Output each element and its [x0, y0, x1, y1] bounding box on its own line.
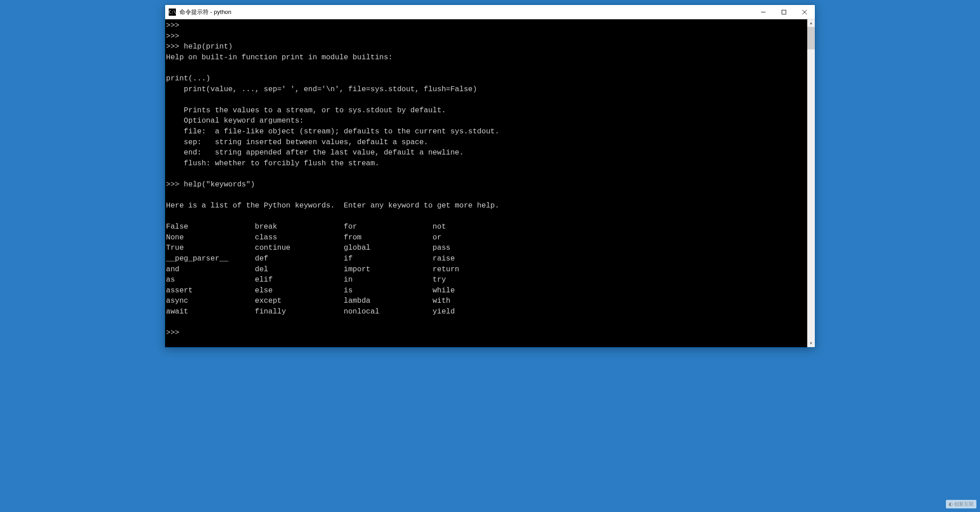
- vertical-scrollbar[interactable]: ▲ ▼: [807, 19, 815, 347]
- command-prompt-window: C:\ 命令提示符 - python >>> >>> >>> help(prin…: [165, 4, 815, 348]
- window-title: 命令提示符 - python: [179, 8, 753, 16]
- close-button[interactable]: [794, 5, 815, 19]
- watermark-text: 创新互联: [954, 501, 974, 508]
- window-controls: [753, 5, 815, 19]
- scroll-thumb[interactable]: [807, 27, 815, 49]
- terminal-output[interactable]: >>> >>> >>> help(print) Help on built-in…: [165, 19, 807, 347]
- scroll-down-arrow-icon[interactable]: ▼: [807, 340, 815, 347]
- scroll-up-arrow-icon[interactable]: ▲: [807, 19, 815, 27]
- svg-rect-1: [782, 10, 786, 14]
- titlebar[interactable]: C:\ 命令提示符 - python: [165, 5, 815, 19]
- maximize-button[interactable]: [774, 5, 794, 19]
- watermark-logo-icon: ◐: [949, 501, 953, 507]
- minimize-button[interactable]: [753, 5, 774, 19]
- terminal-wrapper: >>> >>> >>> help(print) Help on built-in…: [165, 19, 815, 347]
- watermark: ◐ 创新互联: [946, 500, 976, 508]
- scroll-track[interactable]: [807, 27, 815, 340]
- cmd-icon: C:\: [169, 9, 176, 16]
